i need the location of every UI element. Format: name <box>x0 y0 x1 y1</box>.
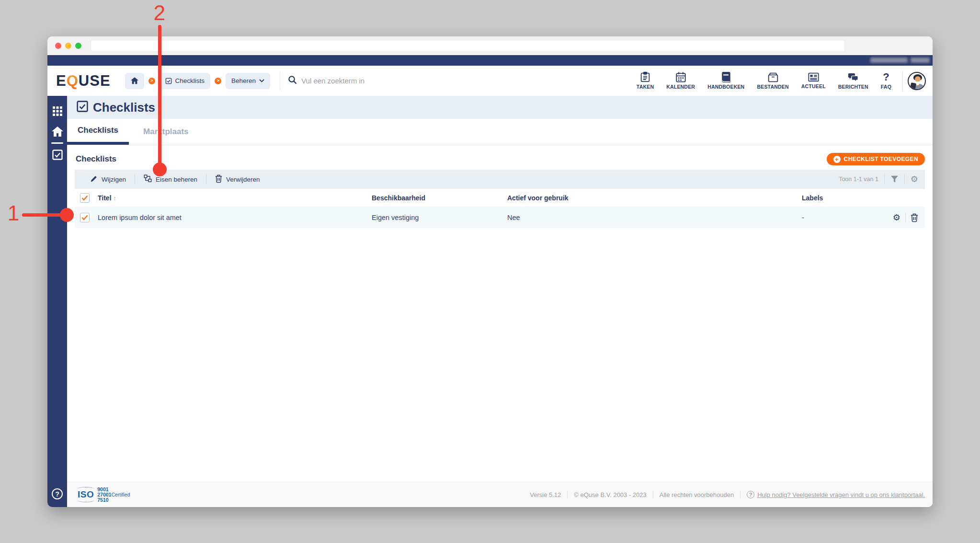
sidebar-divider <box>51 142 63 144</box>
help-circle-icon: ? <box>747 491 754 498</box>
iso-logo-text: ISO <box>78 491 94 498</box>
column-header-labels[interactable]: Labels <box>802 194 823 202</box>
breadcrumb-separator-icon: > <box>215 78 221 84</box>
header-nav: TAKEN KALENDER HANDBOEKEN <box>630 71 928 91</box>
column-header-titel[interactable]: Titel <box>98 194 112 202</box>
header-divider <box>280 71 280 91</box>
breadcrumb-beheren-dropdown[interactable]: Beheren <box>226 73 270 89</box>
book-icon <box>721 72 730 82</box>
archive-box-icon <box>768 72 778 82</box>
home-icon <box>52 127 63 139</box>
plus-icon: + <box>833 156 841 163</box>
column-header-beschikbaarheid[interactable]: Beschikbaarheid <box>372 194 425 202</box>
select-all-checkbox[interactable] <box>80 193 90 203</box>
table-settings-gear-icon[interactable]: ⚙ <box>911 175 918 184</box>
home-icon <box>131 77 138 84</box>
search-input[interactable] <box>301 77 421 85</box>
iso-numbers: 9001 27001Certified 7510 <box>97 487 130 503</box>
cell-actief: Nee <box>507 214 520 221</box>
nav-label: TAKEN <box>637 84 654 90</box>
browser-window: EQUSE > Checklists > Beheren <box>47 36 933 507</box>
breadcrumb-beheren-label: Beheren <box>231 77 256 84</box>
breadcrumb-separator-icon: > <box>148 78 155 84</box>
nav-label: ACTUEEL <box>801 83 826 89</box>
grid-icon <box>53 106 62 118</box>
annotation-marker-2-dot <box>153 162 167 176</box>
question-mark-icon: ? <box>883 72 889 82</box>
table-row[interactable]: Lorem ipsum dolor sit amet Eigen vestigi… <box>75 207 925 228</box>
iso-certification-logo: ISO 9001 27001Certified 7510 <box>77 487 130 503</box>
row-delete-trash-icon[interactable] <box>911 213 918 222</box>
header-nav-divider <box>902 71 903 91</box>
annotation-marker-1-dot <box>60 208 74 222</box>
add-checklist-button[interactable]: + CHECKLIST TOEVOEGEN <box>827 153 925 165</box>
breadcrumb: > Checklists > Beheren <box>125 73 271 89</box>
address-bar[interactable] <box>91 40 845 52</box>
breadcrumb-checklists[interactable]: Checklists <box>160 73 211 89</box>
nav-item-kalender[interactable]: KALENDER <box>660 72 701 90</box>
cell-labels: - <box>802 214 804 221</box>
version-label: Versie 5.12 <box>530 491 561 498</box>
trash-icon <box>215 174 222 184</box>
cell-titel: Lorem ipsum dolor sit amet <box>98 214 182 221</box>
row-action-separator <box>905 213 906 222</box>
nav-label: BESTANDEN <box>757 84 788 90</box>
footer: ISO 9001 27001Certified 7510 Versie 5.12… <box>67 482 933 507</box>
tab-marktplaats[interactable]: Marktplaats <box>133 119 199 145</box>
nav-item-bestanden[interactable]: BESTANDEN <box>751 72 795 90</box>
browser-chrome <box>47 36 933 55</box>
tabs: Checklists Marktplaats <box>67 119 933 145</box>
nav-item-actueel[interactable]: ACTUEEL <box>795 72 832 89</box>
nav-label: FAQ <box>881 84 891 90</box>
delete-button-label: Verwijderen <box>226 176 260 183</box>
chat-bubbles-icon <box>848 72 859 82</box>
nav-item-faq[interactable]: ? FAQ <box>875 72 898 90</box>
pencil-icon <box>90 175 98 184</box>
help-link[interactable]: Hulp nodig? Veelgestelde vragen vindt u … <box>757 491 925 498</box>
row-settings-gear-icon[interactable]: ⚙ <box>893 213 900 222</box>
sidebar-item-apps[interactable] <box>47 106 67 118</box>
minimize-window-button[interactable] <box>65 43 71 49</box>
checklist-icon <box>52 150 63 162</box>
row-checkbox[interactable] <box>80 213 90 222</box>
user-avatar[interactable] <box>908 72 926 90</box>
equse-logo[interactable]: EQUSE <box>56 72 111 90</box>
sort-ascending-icon: ↑ <box>114 195 117 202</box>
breadcrumb-home[interactable] <box>125 73 144 89</box>
sidebar-item-home[interactable] <box>47 127 67 139</box>
help-icon[interactable]: ? <box>52 488 63 499</box>
app-body: ? Checklists . Checklists Marktplaats Ch <box>47 96 933 507</box>
filter-icon[interactable] <box>890 175 899 183</box>
chevron-down-icon <box>259 79 264 82</box>
top-navy-bar <box>47 55 933 66</box>
results-count: Toon 1-1 van 1 <box>839 176 878 183</box>
app-header: EQUSE > Checklists > Beheren <box>47 66 933 96</box>
rights-label: Alle rechten voorbehouden <box>660 491 734 498</box>
manage-requirements-button[interactable]: Eisen beheren <box>135 170 206 189</box>
logo-letter-e: E <box>56 72 67 90</box>
nav-label: KALENDER <box>666 84 695 90</box>
checklist-icon <box>165 78 172 84</box>
tab-checklists[interactable]: Checklists <box>67 119 129 145</box>
breadcrumb-checklists-label: Checklists <box>175 77 205 84</box>
nav-item-handboeken[interactable]: HANDBOEKEN <box>701 72 751 90</box>
edit-button[interactable]: Wijzigen <box>81 170 135 189</box>
content-area: Checklists + CHECKLIST TOEVOEGEN Wijzige… <box>67 145 933 482</box>
delete-button[interactable]: Verwijderen <box>206 170 269 189</box>
checklist-icon <box>77 101 88 114</box>
table-header-row: Titel↑ Beschikbaarheid Actief voor gebru… <box>75 189 925 207</box>
annotation-marker-2-label: 2 <box>149 1 170 25</box>
maximize-window-button[interactable] <box>75 43 81 49</box>
nav-item-taken[interactable]: TAKEN <box>630 72 660 90</box>
page-title-bar: Checklists . <box>67 96 933 119</box>
newspaper-icon <box>808 72 819 82</box>
close-window-button[interactable] <box>55 43 61 49</box>
nav-label: HANDBOEKEN <box>707 84 744 90</box>
sidebar-item-checklists[interactable] <box>47 150 67 162</box>
footer-info: Versie 5.12 © eQuse B.V. 2003 - 2023 All… <box>530 491 925 498</box>
screen: EQUSE > Checklists > Beheren <box>0 0 980 543</box>
sidebar: ? <box>47 96 67 507</box>
footer-separator <box>653 491 653 498</box>
column-header-actief[interactable]: Actief voor gebruik <box>507 194 569 202</box>
nav-item-berichten[interactable]: BERICHTEN <box>832 72 875 90</box>
